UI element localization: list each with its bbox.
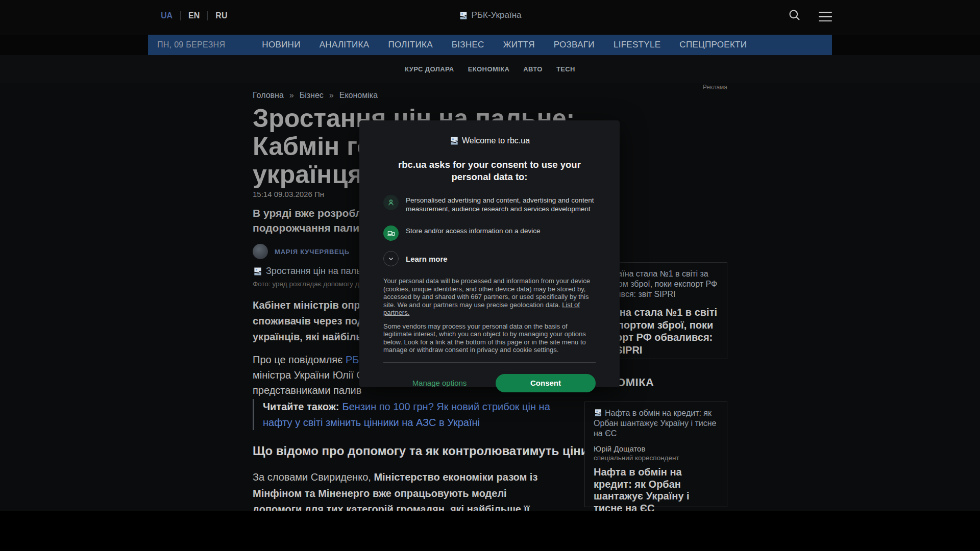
article-subheading: Що відомо про допомогу та як контролюват… (253, 444, 589, 458)
nav-item-zhyttia[interactable]: ЖИТТЯ (503, 40, 535, 50)
consent-heading: rbc.ua asks for your consent to use your… (393, 159, 586, 183)
subnav-tech[interactable]: TECH (556, 65, 575, 73)
card-image-broken: Нафта в обмін на кредит: як Орбан шантаж… (594, 408, 718, 439)
card-title-link[interactable]: Нафта в обмін на кредит: як Орбан шантаж… (594, 466, 718, 514)
welcome-alt-text: Welcome to rbc.ua (462, 136, 530, 145)
nav-item-polityka[interactable]: ПОЛІТИКА (388, 40, 432, 50)
consent-button[interactable]: Consent (496, 374, 596, 392)
ad-label: Реклама (584, 84, 727, 91)
chevron-down-icon (383, 251, 399, 266)
devices-icon (383, 226, 399, 241)
learn-more-toggle[interactable]: Learn more (383, 251, 596, 266)
nav-date: ПН, 09 БЕРЕЗНЯ (157, 40, 225, 49)
search-icon[interactable] (788, 8, 801, 22)
breadcrumb-home[interactable]: Головна (253, 91, 284, 100)
consent-dialog: Welcome to rbc.ua rbc.ua asks for your c… (359, 120, 620, 387)
breadcrumb: Головна » Бізнес » Економіка (253, 91, 378, 100)
nav-item-spetsproekty[interactable]: СПЕЦПРОЕКТИ (679, 40, 747, 50)
welcome-row: Welcome to rbc.ua (383, 136, 596, 146)
sub-nav: КУРС ДОЛАРА ЕКОНОМІКА АВТО TECH (0, 55, 980, 83)
author-link[interactable]: МАРІЯ КУЧЕРЯВЕЦЬ (275, 248, 350, 256)
broken-image-icon (458, 11, 468, 20)
purpose-store-access: Store and/or access information on a dev… (383, 226, 596, 241)
read-also-label: Читайте також: (263, 401, 339, 412)
avatar (253, 244, 268, 259)
lang-en[interactable]: EN (181, 11, 207, 20)
article-image-alt: Зростання цін на пальне: (266, 266, 374, 277)
article-image-broken: Зростання цін на пальне: (253, 266, 374, 277)
top-bar: UA EN RU РБК-Україна (0, 0, 980, 35)
nav-item-rozvahy[interactable]: РОЗВАГИ (554, 40, 595, 50)
broken-image-icon (253, 266, 263, 277)
consent-body-2: Some vendors may process your personal d… (383, 322, 596, 354)
broken-image-icon (594, 408, 603, 417)
site-logo[interactable]: РБК-Україна (458, 10, 521, 20)
main-nav: ПН, 09 БЕРЕЗНЯ НОВИНИ АНАЛІТИКА ПОЛІТИКА… (148, 35, 832, 55)
lang-ua[interactable]: UA (153, 11, 180, 20)
bottom-strip (0, 511, 980, 551)
manage-options-button[interactable]: Manage options (383, 379, 496, 387)
subnav-avto[interactable]: АВТО (523, 65, 543, 73)
menu-icon[interactable] (819, 9, 832, 22)
logo-alt-text: РБК-Україна (471, 10, 521, 20)
nav-item-novyny[interactable]: НОВИНИ (262, 40, 300, 50)
page-root: UA EN RU РБК-Україна ПН, 09 БЕР (0, 0, 980, 551)
subnav-kurs-dolara[interactable]: КУРС ДОЛАРА (405, 65, 454, 73)
topbar-actions (788, 8, 832, 22)
breadcrumb-separator: » (289, 91, 294, 100)
sidebar-card-nafta[interactable]: Нафта в обмін на кредит: як Орбан шантаж… (584, 402, 727, 507)
nav-items: НОВИНИ АНАЛІТИКА ПОЛІТИКА БІЗНЕС ЖИТТЯ Р… (262, 40, 747, 50)
consent-body-1: Your personal data will be processed and… (383, 277, 596, 317)
card-image-alt: Нафта в обмін на кредит: як Орбан шантаж… (594, 409, 716, 438)
nav-item-analityka[interactable]: АНАЛІТИКА (320, 40, 370, 50)
nav-item-lifestyle[interactable]: LIFESTYLE (614, 40, 660, 50)
broken-image-icon (449, 136, 459, 146)
card-author[interactable]: Юрій Дощатов (594, 444, 718, 453)
paragraph-bold: Кабінет міністрів опрац споживачів через… (253, 297, 372, 345)
lang-ru[interactable]: RU (208, 11, 235, 20)
person-icon (383, 195, 399, 210)
nav-item-biznes[interactable]: БІЗНЕС (452, 40, 484, 50)
publish-date: 15:14 09.03.2026 Пн (253, 190, 324, 198)
subnav-ekonomika[interactable]: ЕКОНОМІКА (468, 65, 510, 73)
author-row: МАРІЯ КУЧЕРЯВЕЦЬ (253, 244, 350, 259)
article-lead: В уряді вже розробляю подорожчання палив… (253, 206, 377, 235)
read-also-block: Читайте також:Бензин по 100 грн? Як нови… (253, 399, 554, 430)
purpose-personalised-ads: Personalised advertising and content, ad… (383, 195, 596, 213)
divider (383, 362, 596, 363)
breadcrumb-biznes[interactable]: Бізнес (300, 91, 324, 100)
image-caption: Фото: уряд розглядає допомогу дл (253, 280, 363, 288)
breadcrumb-separator: » (329, 91, 334, 100)
card-author-role: спеціальний кореспондент (594, 454, 718, 462)
language-switcher: UA EN RU (153, 11, 235, 20)
breadcrumb-ekonomika[interactable]: Економіка (339, 91, 378, 100)
paragraph: Про це повідомляє РБК міністра України Ю… (253, 352, 365, 398)
consent-actions: Manage options Consent (383, 374, 596, 392)
